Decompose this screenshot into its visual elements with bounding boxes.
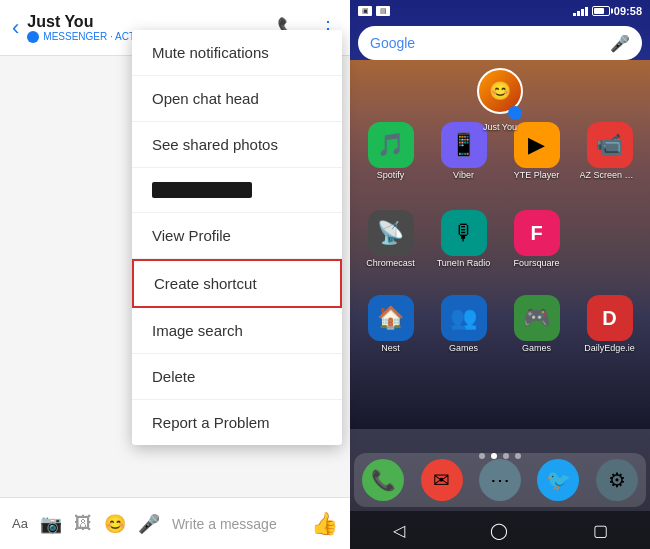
messenger-panel: ‹ Just You MESSENGER · ACTIVE 8 MINUTES … xyxy=(0,0,350,549)
app-dailyedge[interactable]: D DailyEdge.ie xyxy=(580,295,640,353)
camera-icon[interactable]: 📷 xyxy=(40,513,62,535)
menu-item-redacted xyxy=(132,168,342,213)
battery-tip xyxy=(611,9,613,14)
back-nav-button[interactable]: ◁ xyxy=(393,521,405,540)
signal-icon: ▣ xyxy=(358,6,372,16)
app-games[interactable]: 🎮 Games xyxy=(507,295,567,353)
app-dock: 📞 ✉ ⋯ 🐦 ⚙ xyxy=(354,453,646,507)
messenger-badge-icon xyxy=(27,31,39,43)
bar1 xyxy=(573,13,576,16)
app-az-screen[interactable]: 📹 AZ Screen Record xyxy=(580,122,640,180)
context-menu: Mute notifications Open chat head See sh… xyxy=(132,30,342,445)
profile-widget[interactable]: 😊 Just You xyxy=(477,68,523,132)
google-mic-icon[interactable]: 🎤 xyxy=(610,34,630,53)
redacted-content xyxy=(152,182,252,198)
android-background: ▣ ▤ 09:58 Google 🎤 xyxy=(350,0,650,549)
dock-settings[interactable]: ⚙ xyxy=(596,459,638,501)
back-button[interactable]: ‹ xyxy=(12,15,19,41)
menu-item-mute[interactable]: Mute notifications xyxy=(132,30,342,76)
like-button[interactable]: 👍 xyxy=(311,511,338,537)
messenger-badge xyxy=(508,106,522,120)
emoji-icon[interactable]: 😊 xyxy=(104,513,126,535)
app-tunein[interactable]: 🎙 TuneIn Radio xyxy=(434,210,494,268)
message-input[interactable]: Write a message xyxy=(172,516,299,532)
android-home-panel: ▣ ▤ 09:58 Google 🎤 xyxy=(350,0,650,549)
chat-name: Just You xyxy=(27,13,277,31)
google-search-bar[interactable]: Google 🎤 xyxy=(358,26,642,60)
menu-item-view-profile[interactable]: View Profile xyxy=(132,213,342,259)
dock-twitter[interactable]: 🐦 xyxy=(537,459,579,501)
image-icon[interactable]: 🖼 xyxy=(74,513,92,534)
home-nav-button[interactable]: ◯ xyxy=(490,521,508,540)
battery-icon xyxy=(592,6,610,16)
app-spotify[interactable]: 🎵 Spotify xyxy=(361,122,421,180)
menu-item-image-search[interactable]: Image search xyxy=(132,308,342,354)
recents-nav-button[interactable]: ▢ xyxy=(593,521,608,540)
menu-item-report[interactable]: Report a Problem xyxy=(132,400,342,445)
message-input-bar: Aa 📷 🖼 😊 🎤 Write a message 👍 xyxy=(0,497,350,549)
signal-strength xyxy=(573,7,588,16)
font-size-button[interactable]: Aa xyxy=(12,516,28,531)
app-games-people[interactable]: 👥 Games xyxy=(434,295,494,353)
bar2 xyxy=(577,11,580,16)
menu-item-delete[interactable]: Delete xyxy=(132,354,342,400)
menu-item-create-shortcut[interactable]: Create shortcut xyxy=(132,259,342,308)
profile-label: Just You xyxy=(483,122,517,132)
app-foursquare[interactable]: F Foursquare xyxy=(507,210,567,268)
navigation-bar: ◁ ◯ ▢ xyxy=(350,511,650,549)
dock-gmail[interactable]: ✉ xyxy=(421,459,463,501)
bar4 xyxy=(585,7,588,16)
app-row-2: 📡 Chromecast 🎙 TuneIn Radio F Foursquare xyxy=(350,210,650,268)
google-label: Google xyxy=(370,35,415,51)
app-row-3: 🏠 Nest 👥 Games 🎮 Games D DailyEdge.ie xyxy=(350,295,650,353)
menu-item-chat-head[interactable]: Open chat head xyxy=(132,76,342,122)
network-icon: ▤ xyxy=(376,6,390,16)
mic-icon[interactable]: 🎤 xyxy=(138,513,160,535)
battery-fill xyxy=(594,8,605,14)
status-right-icons: 09:58 xyxy=(573,5,642,17)
dock-apps[interactable]: ⋯ xyxy=(479,459,521,501)
dock-phone[interactable]: 📞 xyxy=(362,459,404,501)
bar3 xyxy=(581,9,584,16)
status-left-icons: ▣ ▤ xyxy=(358,6,390,16)
app-nest[interactable]: 🏠 Nest xyxy=(361,295,421,353)
menu-item-shared-photos[interactable]: See shared photos xyxy=(132,122,342,168)
clock: 09:58 xyxy=(614,5,642,17)
app-chromecast[interactable]: 📡 Chromecast xyxy=(361,210,421,268)
status-bar: ▣ ▤ 09:58 xyxy=(350,0,650,22)
